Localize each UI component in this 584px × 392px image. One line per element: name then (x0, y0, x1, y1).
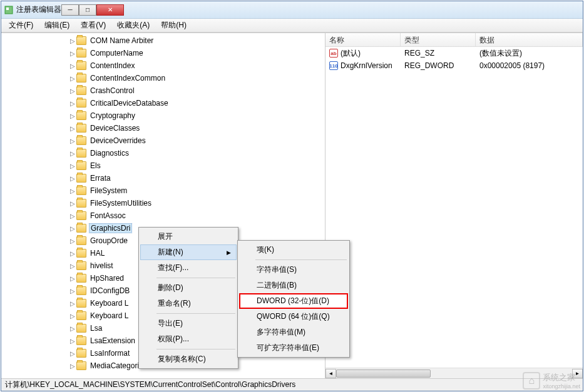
tree-toggle-icon[interactable]: ▷ (69, 363, 76, 369)
tree-toggle-icon[interactable]: ▷ (69, 175, 76, 182)
minimize-button[interactable]: ─ (61, 4, 79, 16)
menu-favorites[interactable]: 收藏夹(A) (112, 19, 155, 32)
context-menu-item[interactable]: QWORD (64 位)值(Q) (239, 309, 348, 324)
tree-item[interactable]: ▷FileSystemUtilities (1, 197, 325, 209)
folder-icon (76, 349, 86, 358)
folder-icon (76, 274, 86, 283)
value-data: (数值未设置) (476, 48, 583, 59)
tree-toggle-icon[interactable]: ▷ (69, 263, 76, 269)
tree-toggle-icon[interactable]: ▷ (69, 88, 76, 94)
tree-item[interactable]: ▷FileSystem (1, 184, 325, 197)
tree-label: ContentIndexCommon (89, 74, 166, 83)
tree-item[interactable]: ▷DeviceOverrides (1, 134, 325, 147)
tree-toggle-icon[interactable]: ▷ (69, 163, 76, 169)
tree-item[interactable]: ▷FontAssoc (1, 209, 325, 222)
menu-file[interactable]: 文件(F) (4, 19, 38, 32)
tree-toggle-icon[interactable]: ▷ (69, 125, 76, 132)
tree-toggle-icon[interactable]: ▷ (69, 225, 76, 232)
tree-item[interactable]: ▷COM Name Arbiter (1, 34, 325, 47)
titlebar[interactable]: 注册表编辑器 ─ □ ✕ (1, 1, 583, 19)
tree-toggle-icon[interactable]: ▷ (69, 188, 76, 194)
submenu-arrow-icon: ▶ (227, 249, 231, 256)
context-menu-item[interactable]: 新建(N)▶ (140, 244, 237, 260)
tree-label: Keyboard L (89, 311, 130, 320)
folder-icon (76, 99, 86, 108)
tree-toggle-icon[interactable]: ▷ (69, 113, 76, 119)
tree-toggle-icon[interactable]: ▷ (69, 350, 76, 357)
close-button[interactable]: ✕ (96, 4, 124, 16)
context-menu-item[interactable]: 删除(D) (140, 280, 237, 296)
menu-help[interactable]: 帮助(H) (156, 19, 192, 32)
col-name[interactable]: 名称 (325, 33, 401, 46)
folder-icon (76, 236, 86, 245)
col-data[interactable]: 数据 (476, 33, 583, 46)
statusbar: 计算机\HKEY_LOCAL_MACHINE\SYSTEM\CurrentCon… (1, 378, 583, 391)
scroll-left-button[interactable]: ◄ (325, 369, 336, 378)
tree-item[interactable]: ▷DeviceClasses (1, 122, 325, 134)
tree-toggle-icon[interactable]: ▷ (69, 325, 76, 332)
tree-toggle-icon[interactable]: ▷ (69, 238, 76, 244)
tree-toggle-icon[interactable]: ▷ (69, 138, 76, 144)
tree-toggle-icon[interactable]: ▷ (69, 38, 76, 44)
list-row[interactable]: ab(默认) REG_SZ (数值未设置) (325, 47, 583, 59)
list-row[interactable]: 110DxgKrnlVersion REG_DWORD 0x00002005 (… (325, 59, 583, 72)
tree-item[interactable]: ▷CrashControl (1, 84, 325, 97)
folder-icon (76, 211, 86, 220)
list-header: 名称 类型 数据 (325, 33, 583, 47)
tree-toggle-icon[interactable]: ▷ (69, 288, 76, 294)
tree-toggle-icon[interactable]: ▷ (69, 200, 76, 207)
context-menu-item[interactable]: 项(K) (239, 242, 348, 258)
tree-toggle-icon[interactable]: ▷ (69, 50, 76, 57)
list-body: ab(默认) REG_SZ (数值未设置) 110DxgKrnlVersion … (325, 47, 583, 378)
menu-separator (156, 278, 235, 278)
tree-item[interactable]: ▷ComputerName (1, 47, 325, 59)
maximize-button[interactable]: □ (79, 4, 96, 16)
tree-item[interactable]: ▷CriticalDeviceDatabase (1, 97, 325, 109)
context-menu-item[interactable]: 二进制值(B) (239, 278, 348, 293)
folder-icon (76, 161, 86, 170)
value-icon: 110 (329, 61, 338, 70)
list-pane[interactable]: 名称 类型 数据 ab(默认) REG_SZ (数值未设置) 110DxgKrn… (325, 33, 583, 378)
context-menu-item[interactable]: 多字符串值(M) (239, 324, 348, 340)
tree-toggle-icon[interactable]: ▷ (69, 75, 76, 82)
context-menu-item[interactable]: 导出(E) (140, 316, 237, 331)
tree-label: GraphicsDri (89, 223, 132, 233)
tree-toggle-icon[interactable]: ▷ (69, 213, 76, 219)
folder-icon (76, 61, 86, 70)
tree-item[interactable]: ▷Cryptography (1, 109, 325, 122)
tree-toggle-icon[interactable]: ▷ (69, 250, 76, 257)
tree-toggle-icon[interactable]: ▷ (69, 313, 76, 319)
context-menu-item[interactable]: 复制项名称(C) (140, 351, 237, 367)
tree-toggle-icon[interactable]: ▷ (69, 338, 76, 344)
tree-item[interactable]: ▷ContentIndex (1, 59, 325, 72)
folder-icon (76, 111, 86, 120)
tree-item[interactable]: ▷ContentIndexCommon (1, 72, 325, 84)
context-menu-item[interactable]: 可扩充字符串值(E) (239, 340, 348, 356)
tree-label: HpShared (89, 274, 125, 283)
app-icon (4, 5, 14, 15)
value-type: REG_SZ (401, 49, 476, 58)
context-menu-item-dword[interactable]: DWORD (32-位)值(D) (239, 293, 348, 309)
tree-toggle-icon[interactable]: ▷ (69, 275, 76, 282)
context-menu-item[interactable]: 权限(P)... (140, 331, 237, 347)
context-menu-item[interactable]: 展开 (140, 229, 237, 244)
scroll-thumb[interactable] (336, 369, 431, 378)
tree-toggle-icon[interactable]: ▷ (69, 150, 76, 157)
tree-label: Keyboard L (89, 299, 130, 308)
menu-edit[interactable]: 编辑(E) (39, 19, 74, 32)
tree-item[interactable]: ▷Els (1, 159, 325, 172)
context-menu-item[interactable]: 重命名(R) (140, 296, 237, 311)
tree-toggle-icon[interactable]: ▷ (69, 100, 76, 107)
menu-view[interactable]: 查看(V) (76, 19, 111, 32)
context-menu-item[interactable]: 查找(F)... (140, 260, 237, 276)
tree-item[interactable]: ▷Diagnostics (1, 147, 325, 159)
folder-icon (76, 74, 86, 83)
context-menu-item[interactable]: 字符串值(S) (239, 262, 348, 278)
col-type[interactable]: 类型 (401, 33, 476, 46)
tree-toggle-icon[interactable]: ▷ (69, 300, 76, 307)
folder-icon (76, 261, 86, 270)
tree-item[interactable]: ▷Errata (1, 172, 325, 184)
tree-label: GroupOrde (89, 236, 129, 245)
tree-label: Diagnostics (89, 149, 130, 158)
tree-toggle-icon[interactable]: ▷ (69, 63, 76, 69)
